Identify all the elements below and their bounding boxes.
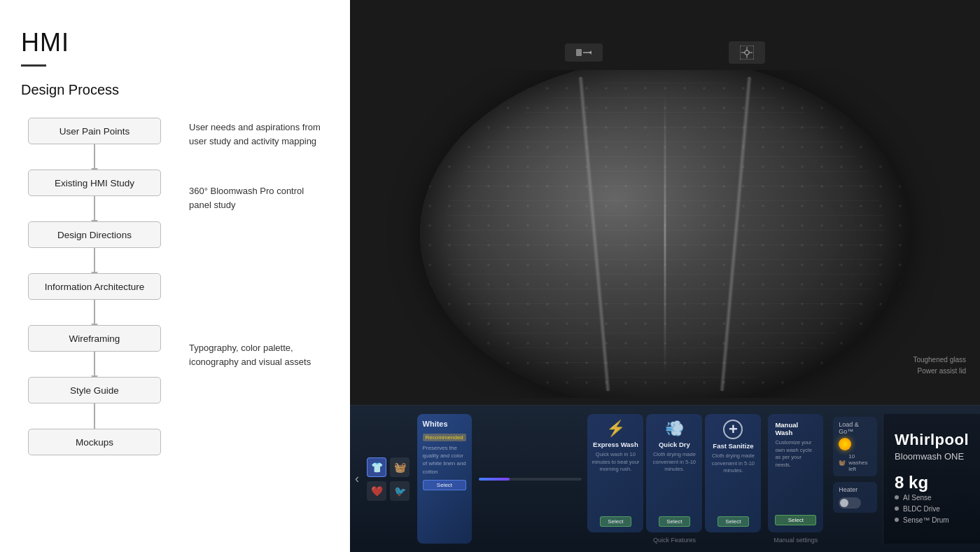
title-divider: [21, 64, 46, 67]
brand-panel: Whirlpool Bloomwash ONE 8 kg AI Sense BL…: [883, 414, 980, 544]
load-go-indicator: [839, 438, 851, 450]
right-panel: Load & GO Toughened glass Power assist l…: [350, 0, 980, 552]
spec-sense-drum: Sense™ Drum: [895, 516, 949, 524]
quick-features-cards: ⚡ Express Wash Quick wash in 10 minutes …: [584, 414, 764, 532]
clothes-icon-bird[interactable]: 🐦: [390, 481, 410, 501]
manual-settings-section: Manual Wash Customize your own wash cycl…: [764, 414, 827, 544]
clothes-icon-shirt[interactable]: 👕: [367, 457, 386, 477]
top-icon-group-left: [565, 43, 603, 62]
annotation-existing-hmi: 360° Bloomwash Pro controlpanel study: [189, 184, 329, 212]
washer-icon: [576, 48, 592, 57]
drum: [420, 70, 910, 398]
annotation-spacer-2: [189, 212, 329, 341]
step-information-architecture[interactable]: Information Architecture: [28, 273, 161, 300]
spec-ai-sense: AI Sense: [895, 494, 932, 502]
svg-point-4: [745, 50, 749, 55]
fast-sanitize-select[interactable]: Select: [718, 516, 748, 527]
weight-badge: 8 kg: [895, 473, 928, 492]
manual-wash-title: Manual Wash: [775, 421, 816, 436]
load-counter: 🧺 10 washes left: [839, 453, 872, 472]
express-wash-icon: ⚡: [606, 420, 625, 438]
step-wireframing[interactable]: Wireframing: [28, 325, 161, 352]
quick-features-label: Quick Features: [584, 532, 764, 544]
page-title: HMI: [21, 28, 329, 57]
top-icon-group-right: [729, 41, 765, 64]
load-go-control-title: Load & Go™: [839, 421, 872, 435]
left-panel: HMI Design Process User Pain Points Exis…: [0, 0, 350, 552]
progress-strip: [479, 414, 582, 544]
progress-fill: [479, 478, 510, 481]
process-area: User Pain Points Existing HMI Study Desi…: [21, 118, 329, 531]
annotation-spacer-1: [189, 148, 329, 184]
connector-1: [94, 144, 95, 170]
svg-rect-0: [576, 49, 582, 56]
control-panel: ‹ 👕 🧺 ❤️ 🐦 Whites Recommended Preserves …: [350, 405, 980, 552]
recommended-badge: Recommended: [423, 434, 466, 441]
quick-dry-title: Quick Dry: [659, 441, 690, 448]
connector-5: [94, 352, 95, 377]
model-name: Bloomwash ONE: [895, 451, 964, 462]
clothes-icons-row: 👕 🧺 ❤️ 🐦: [364, 414, 412, 544]
load-go-control: Load & Go™ 🧺 10 washes left: [833, 417, 877, 476]
quick-features-section: ⚡ Express Wash Quick wash in 10 minutes …: [584, 414, 764, 544]
clothes-icon-other[interactable]: 🧺: [390, 457, 410, 477]
drum-container: [350, 70, 980, 398]
annotation-style-guide: Typography, color palette,iconography an…: [189, 341, 329, 368]
express-wash-title: Express Wash: [593, 441, 638, 448]
washer-top-bar: [406, 35, 924, 70]
manual-wash-select[interactable]: Select: [775, 515, 816, 525]
spec-dot-3: [895, 518, 899, 522]
toughened-label: Toughened glass Power assist lid: [913, 354, 966, 377]
quick-dry-icon: 💨: [665, 420, 684, 438]
manual-settings-label: Manual settings: [768, 532, 823, 544]
quick-dry-desc: Cloth drying made convenient in 5-10 min…: [650, 451, 698, 513]
spec-bldc-drive: BLDC Drive: [895, 505, 940, 513]
fast-sanitize-title: Fast Sanitize: [713, 442, 753, 450]
toggle-knob: [840, 499, 848, 507]
feature-fast-sanitize[interactable]: + Fast Sanitize Cloth drying made conven…: [705, 414, 761, 532]
feature-quick-dry[interactable]: 💨 Quick Dry Cloth drying made convenient…: [646, 414, 702, 532]
washer-body: Load & GO Toughened glass Power assist l…: [350, 0, 980, 552]
clothes-description: Preserves the quality and color of white…: [423, 444, 467, 476]
brand-name: Whirlpool: [895, 431, 969, 449]
nav-left-button[interactable]: ‹: [350, 414, 364, 544]
quick-dry-select[interactable]: Select: [659, 516, 690, 527]
step-existing-hmi-study[interactable]: Existing HMI Study: [28, 170, 161, 196]
process-steps: User Pain Points Existing HMI Study Desi…: [21, 118, 168, 531]
heater-title: Heater: [839, 486, 872, 493]
step-mockups[interactable]: Mockups: [28, 429, 161, 455]
manual-wash-desc: Customize your own wash cycle as per you…: [775, 439, 816, 509]
connector-4: [94, 300, 95, 325]
step-design-directions[interactable]: Design Directions: [28, 221, 161, 248]
washer-icon-small: 🧺: [839, 460, 846, 466]
annotations-column: User needs and aspirations fromuser stud…: [168, 118, 329, 531]
whites-select-button[interactable]: Select: [423, 480, 467, 490]
fast-sanitize-desc: Cloth drying made convenient in 5-10 min…: [709, 453, 757, 513]
side-controls: Load & Go™ 🧺 10 washes left Heater: [827, 414, 883, 544]
whites-card: Whites Recommended Preserves the quality…: [417, 414, 472, 544]
spec-dot-2: [895, 506, 899, 511]
fan-icon: [740, 46, 754, 60]
express-wash-select[interactable]: Select: [600, 516, 631, 527]
connector-2: [94, 196, 95, 221]
connector-3: [94, 248, 95, 273]
whites-label: Whites: [423, 420, 467, 428]
heater-control: Heater: [833, 482, 877, 513]
spec-dot-1: [895, 495, 899, 499]
design-process-label: Design Process: [21, 82, 329, 98]
step-style-guide[interactable]: Style Guide: [28, 377, 161, 403]
connector-6: [94, 403, 95, 429]
fast-sanitize-icon: +: [723, 420, 743, 439]
step-user-pain-points[interactable]: User Pain Points: [28, 118, 161, 144]
progress-bar: [479, 478, 582, 481]
svg-marker-2: [589, 50, 592, 55]
drum-center: [664, 94, 666, 374]
feature-express-wash[interactable]: ⚡ Express Wash Quick wash in 10 minutes …: [587, 414, 643, 532]
express-wash-desc: Quick wash in 10 minutes to beat your mo…: [592, 451, 639, 513]
clothes-icon-heart[interactable]: ❤️: [367, 481, 386, 501]
manual-card: Manual Wash Customize your own wash cycl…: [768, 414, 823, 532]
annotation-user-pain-points: User needs and aspirations fromuser stud…: [189, 120, 329, 148]
heater-toggle[interactable]: [839, 497, 861, 509]
